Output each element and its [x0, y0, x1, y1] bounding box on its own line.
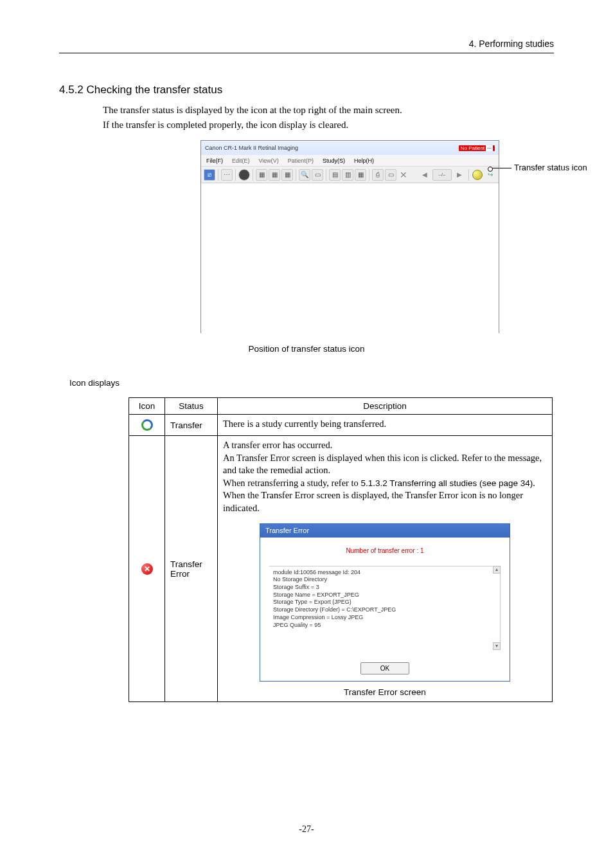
detail-line: No Storage Directory — [273, 576, 496, 584]
page-header-chapter: 4. Performing studies — [469, 39, 554, 49]
transfer-status-icon[interactable] — [472, 170, 483, 180]
detail-line: Storage Directory (Folder) = C:\EXPORT_J… — [273, 606, 496, 614]
th-description: Description — [218, 398, 553, 415]
icon-table: Icon Status Description Transfer There i… — [129, 397, 553, 702]
toolbar-btn-7[interactable]: ▦ — [355, 169, 366, 181]
window-content-area — [201, 183, 499, 334]
cell-error-icon: ✕ — [129, 436, 165, 702]
toolbar-btn-grid2[interactable]: ▦ — [269, 169, 280, 181]
th-status: Status — [165, 398, 218, 415]
detail-line: Storage Type = Export (JPEG) — [273, 599, 496, 606]
cell-error-status: Transfer Error — [165, 436, 218, 702]
menu-edit[interactable]: Edit(E) — [232, 158, 250, 164]
detail-line: JPEG Quality = 95 — [273, 622, 496, 629]
transfer-error-dialog: Transfer Error Number of transfer error … — [260, 523, 510, 682]
toolbar-btn-grid3[interactable]: ▦ — [281, 169, 293, 181]
error-desc-p4: When the Transfer Error screen is displa… — [223, 489, 547, 514]
menu-file[interactable]: File(F) — [206, 158, 223, 164]
menu-help[interactable]: Help(H) — [354, 158, 374, 164]
scroll-up-icon[interactable]: ▴ — [493, 566, 501, 574]
error-circle-icon: ✕ — [141, 563, 153, 575]
detail-line: Image Compression = Lossy JPEG — [273, 614, 496, 622]
header-rule — [59, 53, 554, 53]
patient-badge: No Patient ··· — [459, 145, 495, 151]
detail-line: Storage Suffix = 3 — [273, 584, 496, 592]
toolbar-btn-print[interactable]: ⎙ — [372, 169, 384, 181]
dialog-footer: OK — [260, 657, 510, 682]
error-desc-p3: When retransferring a study, refer to 5.… — [223, 477, 547, 490]
section-heading: 4.5.2 Checking the transfer status — [59, 84, 222, 96]
toolbar-btn-8[interactable]: ▭ — [385, 169, 396, 181]
menu-patient[interactable]: Patient(P) — [288, 158, 314, 164]
cell-transfer-desc: There is a study currently being transfe… — [218, 415, 553, 436]
detail-line: module Id:10056 message Id: 204 — [273, 569, 496, 577]
toolbar-btn-grid1[interactable]: ▦ — [256, 169, 267, 181]
table-row: ✕ Transfer Error A transfer error has oc… — [129, 436, 553, 702]
page-number: -27- — [0, 824, 613, 835]
window-toolbar: ⎚ ⋯ ▦ ▦ ▦ 🔍 ▭ ▤ ▥ ▦ ⎙ ▭ ✕ ◀ --/-- ▶ — [201, 167, 499, 183]
toolbar-btn-close[interactable]: ✕ — [398, 169, 409, 181]
table-row: Transfer There is a study currently bein… — [129, 415, 553, 436]
toolbar-nav-next[interactable]: ▶ — [454, 169, 465, 181]
callout-line — [488, 168, 511, 168]
cell-transfer-status: Transfer — [165, 415, 218, 436]
toolbar-nav-prev[interactable]: ◀ — [419, 169, 431, 181]
th-icon: Icon — [129, 398, 165, 415]
ok-button[interactable]: OK — [360, 662, 409, 675]
cross-ref: 5.1.3.2 Transferring all studies (see pa… — [360, 478, 533, 488]
toolbar-btn-5[interactable]: ▤ — [329, 169, 341, 181]
window-title-text: Canon CR-1 Mark II Retinal Imaging — [205, 145, 298, 151]
body-paragraph-2: If the transfer is completed properly, t… — [103, 118, 348, 132]
dialog-details-box: ▴ module Id:10056 message Id: 204 No Sto… — [269, 566, 501, 649]
window-menubar: File(F) Edit(E) View(V) Patient(P) Study… — [201, 155, 499, 167]
body-paragraph-1: The transfer status is displayed by the … — [103, 103, 402, 118]
detail-line: Storage Name = EXPORT_JPEG — [273, 592, 496, 599]
dialog-caption: Transfer Error screen — [223, 687, 547, 698]
toolbar-btn-6[interactable]: ▥ — [342, 169, 353, 181]
error-status-text: Transfer Error — [170, 559, 212, 579]
toolbar-btn-record[interactable] — [238, 169, 250, 181]
menu-study[interactable]: Study(S) — [323, 158, 345, 164]
menu-view[interactable]: View(V) — [259, 158, 279, 164]
figure-caption: Position of transfer status icon — [0, 344, 613, 354]
cell-error-desc: A transfer error has occurred. An Transf… — [218, 436, 553, 702]
scroll-down-icon[interactable]: ▾ — [493, 642, 501, 650]
toolbar-btn-1[interactable]: ⎚ — [204, 169, 215, 181]
main-screen-figure: Canon CR-1 Mark II Retinal Imaging No Pa… — [200, 140, 499, 333]
window-titlebar: Canon CR-1 Mark II Retinal Imaging No Pa… — [201, 141, 499, 155]
dialog-error-count: Number of transfer error : 1 — [269, 547, 501, 556]
transfer-spinner-icon — [141, 419, 153, 431]
toolbar-btn-4[interactable]: ▭ — [312, 169, 323, 181]
toolbar-nav-counter: --/-- — [432, 169, 452, 181]
icon-displays-heading: Icon displays — [69, 378, 120, 388]
cell-transfer-icon — [129, 415, 165, 436]
toolbar-btn-zoom[interactable]: 🔍 — [299, 169, 310, 181]
dialog-titlebar: Transfer Error — [260, 524, 510, 538]
toolbar-btn-2[interactable]: ⋯ — [221, 169, 233, 181]
callout-label: Transfer status icon — [514, 163, 587, 172]
error-desc-p1: A transfer error has occurred. — [223, 439, 547, 452]
error-desc-p2: An Transfer Error screen is displayed wh… — [223, 452, 547, 477]
